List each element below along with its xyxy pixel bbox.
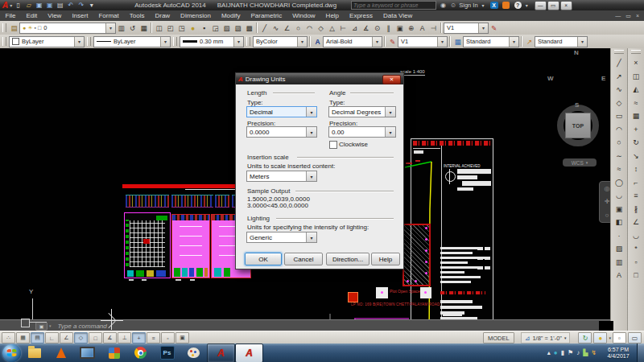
layer-thaw-icon[interactable]: ☀ bbox=[27, 25, 32, 31]
nav-wheel-icon[interactable]: ◎ bbox=[605, 185, 610, 192]
dim-continue-icon[interactable]: ∥ bbox=[383, 23, 394, 33]
lineweight-combo[interactable]: 0.30 mm▾ bbox=[180, 36, 244, 47]
array-icon[interactable]: ▦ bbox=[630, 109, 642, 123]
action-center-flag-icon[interactable]: ⚑ bbox=[568, 349, 573, 356]
chamfer-icon[interactable]: ∠ bbox=[630, 216, 642, 229]
show-desktop-button[interactable] bbox=[637, 343, 644, 362]
polygon-tool-icon[interactable]: ◇ bbox=[316, 23, 326, 33]
layer-lock-state-icon[interactable]: ▪ bbox=[35, 25, 36, 31]
polyline-tool-icon[interactable]: ∿ bbox=[613, 83, 625, 97]
dim-style-icon[interactable]: ✎ bbox=[387, 36, 398, 47]
layer-properties-icon[interactable]: ▤ bbox=[9, 23, 19, 33]
menu-data-view[interactable]: Data View bbox=[378, 12, 417, 19]
layer-states-icon[interactable]: ▦ bbox=[138, 23, 149, 33]
revision-cloud-icon[interactable]: ∼ bbox=[613, 150, 625, 163]
close-button[interactable]: × bbox=[560, 1, 572, 10]
viewcube-east[interactable]: E bbox=[601, 75, 605, 82]
rotate-icon[interactable]: ↻ bbox=[630, 136, 642, 150]
taskbar-clock[interactable]: 6:57 PM 4/4/2017 bbox=[601, 347, 635, 360]
dim-text-edit-icon[interactable]: A bbox=[417, 23, 427, 33]
length-type-combo[interactable]: Decimal▾ bbox=[246, 106, 317, 117]
lineweight-display-toggle[interactable]: ≡ bbox=[147, 332, 160, 343]
center-mark-icon[interactable]: ⊕ bbox=[406, 23, 416, 33]
layer-on-icon[interactable]: ● bbox=[23, 25, 26, 31]
dim-style-edit-icon[interactable]: ✎ bbox=[489, 23, 499, 33]
menu-format[interactable]: Format bbox=[93, 12, 124, 19]
tablestyle-combo[interactable]: Standard▾ bbox=[463, 36, 519, 47]
direction-button[interactable]: Direction... bbox=[326, 253, 369, 265]
help-icon[interactable]: ? bbox=[514, 2, 522, 9]
explode-icon[interactable]: * bbox=[630, 242, 642, 256]
taskbar-media-app-button[interactable] bbox=[101, 344, 127, 362]
minimize-button[interactable]: — bbox=[535, 1, 547, 10]
length-precision-combo[interactable]: 0.0000▾ bbox=[246, 126, 317, 138]
layer-off-icon[interactable]: ● bbox=[188, 23, 198, 33]
polygon-icon[interactable]: ◇ bbox=[613, 97, 625, 110]
start-button[interactable] bbox=[2, 344, 21, 362]
dim-angular-icon[interactable]: ∡ bbox=[361, 23, 371, 33]
menu-draw[interactable]: Draw bbox=[150, 12, 175, 19]
undo-icon[interactable]: ↶ bbox=[66, 2, 75, 10]
menu-parametric[interactable]: Parametric bbox=[246, 12, 287, 19]
lighting-units-combo[interactable]: Generic▾ bbox=[246, 232, 317, 243]
search-icon[interactable]: ◉ bbox=[440, 2, 446, 9]
menu-tools[interactable]: Tools bbox=[124, 12, 150, 19]
copy-icon[interactable]: ◫ bbox=[630, 70, 642, 84]
extend-icon[interactable]: ≡ bbox=[630, 189, 642, 203]
navigation-bar[interactable]: ◎ ✛ ○ bbox=[599, 181, 610, 223]
angle-tool-icon[interactable]: ∠ bbox=[282, 23, 292, 33]
layer-lock-icon[interactable]: ▪ bbox=[199, 23, 209, 33]
dim-aligned-icon[interactable]: ⊿ bbox=[349, 23, 360, 33]
dim-update-icon[interactable]: ⊣ bbox=[428, 23, 439, 33]
ellipse-icon[interactable]: ◯ bbox=[613, 176, 625, 190]
layer-combo[interactable]: ● ☀ ▪ □ 0 ▾ bbox=[19, 23, 116, 34]
taskbar-paint-button[interactable] bbox=[180, 344, 207, 362]
wcs-selector[interactable]: WCS▾ bbox=[563, 158, 597, 167]
taskbar-autocad-button[interactable]: A bbox=[207, 343, 235, 362]
tolerance-icon[interactable]: ▣ bbox=[394, 23, 405, 33]
grid-display-toggle[interactable]: ▤ bbox=[31, 332, 44, 343]
erase-icon[interactable]: × bbox=[630, 56, 642, 70]
mirror-icon[interactable]: ◭ bbox=[630, 83, 642, 97]
ok-button[interactable]: OK bbox=[245, 253, 282, 265]
rectangle-tool-icon[interactable]: ▭ bbox=[613, 109, 625, 123]
logo-caret-icon[interactable]: ▾ bbox=[10, 2, 12, 8]
sign-in-caret-icon[interactable]: ▾ bbox=[482, 2, 485, 8]
taskbar-autocad-active-button[interactable]: A bbox=[235, 343, 263, 362]
gradient-icon[interactable]: ▥ bbox=[613, 256, 625, 269]
mtext-icon[interactable]: A bbox=[613, 269, 625, 282]
command-line[interactable]: ▣ ▾ Type a command bbox=[0, 319, 610, 331]
table-style-icon[interactable]: ▦ bbox=[452, 36, 463, 47]
search-input[interactable] bbox=[351, 1, 436, 10]
cancel-button[interactable]: Cancel bbox=[284, 253, 323, 265]
tray-app-icon[interactable]: ● bbox=[554, 349, 558, 356]
workspace-switch-button[interactable]: ▫ bbox=[613, 332, 626, 343]
object-snap-tracking-toggle[interactable]: ∡ bbox=[103, 332, 117, 343]
autocad-logo-icon[interactable]: A bbox=[2, 1, 8, 10]
menu-file[interactable]: File bbox=[0, 12, 21, 19]
viewcube-west[interactable]: W bbox=[547, 75, 554, 82]
join-icon[interactable]: ▫ bbox=[630, 256, 642, 269]
linetype-combo[interactable]: ByLayer▾ bbox=[93, 36, 171, 47]
viewcube-top-face[interactable]: TOP bbox=[565, 113, 591, 138]
layer-previous-icon[interactable]: ↺ bbox=[127, 23, 138, 33]
move-icon[interactable]: + bbox=[630, 123, 642, 137]
sign-in-button[interactable]: Sign In bbox=[459, 2, 477, 9]
viewcube-north[interactable]: N bbox=[574, 49, 579, 56]
arc-icon[interactable]: ◠ bbox=[613, 123, 625, 137]
color-combo[interactable]: ByLayer▾ bbox=[9, 36, 85, 47]
annotation-auto-scale-button[interactable]: ● bbox=[593, 332, 607, 343]
taskbar-photoshop-button[interactable]: Ps bbox=[154, 344, 180, 362]
annotation-scale-control[interactable]: ⊿ 1/8" = 1'-0" ▾ bbox=[521, 332, 571, 343]
qat-menu-icon[interactable]: ▾ bbox=[87, 2, 96, 10]
circle-icon[interactable]: ○ bbox=[613, 136, 625, 150]
status-caret-icon[interactable]: ▾ bbox=[609, 335, 611, 340]
menu-express[interactable]: Express bbox=[345, 12, 378, 19]
make-layer-current-icon[interactable]: ▥ bbox=[116, 23, 126, 33]
dimstyle-combo[interactable]: V1▾ bbox=[398, 36, 448, 47]
dynamic-input-toggle[interactable]: + bbox=[132, 332, 146, 343]
open-file-icon[interactable]: ▱ bbox=[24, 2, 33, 10]
menu-help[interactable]: Help bbox=[320, 12, 344, 19]
ortho-mode-toggle[interactable]: ∟ bbox=[45, 332, 59, 343]
command-tools-icon[interactable]: ▣ bbox=[35, 322, 47, 331]
